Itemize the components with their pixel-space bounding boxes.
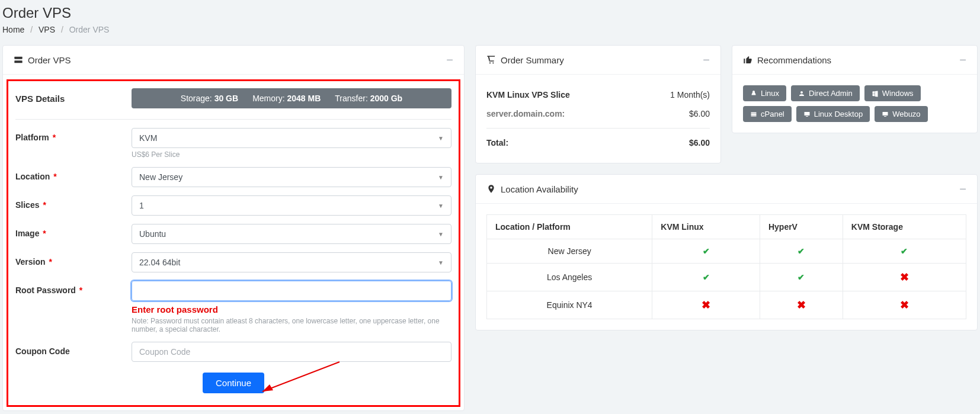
availability-location: New Jersey [487,239,652,264]
order-vps-header: Order VPS [28,55,71,65]
availability-location: Equinix NY4 [487,291,652,319]
summary-product: KVM Linux VPS Slice [486,90,570,100]
availability-column-header: KVM Linux [652,215,760,239]
check-icon: ✔ [703,246,710,256]
check-icon: ✔ [703,272,710,282]
breadcrumb-current: Order VPS [69,25,110,34]
slices-select[interactable]: 1 ▼ [132,195,451,216]
thumbs-up-icon [743,55,752,65]
collapse-icon[interactable]: − [959,183,966,195]
check-icon: ✔ [798,272,805,282]
recommendation-button[interactable]: Linux Desktop [796,106,870,122]
table-row: New Jersey✔✔✔ [487,239,966,264]
root-password-label: Root Password [15,285,76,295]
svg-rect-0 [14,57,22,59]
svg-rect-1 [14,60,22,63]
svg-rect-10 [806,116,808,117]
image-label: Image [15,229,39,238]
chevron-down-icon: ▼ [438,231,444,238]
x-icon: ✖ [702,299,710,311]
location-availability-card: Location Availability − Location / Platf… [475,174,978,330]
recommendations-header: Recommendations [757,55,831,65]
check-icon: ✔ [901,246,908,256]
availability-column-header: HyperV [760,215,843,239]
coupon-input-wrap [132,342,451,362]
svg-rect-6 [751,112,757,113]
location-select[interactable]: New Jersey ▼ [132,167,451,187]
recommendation-button[interactable]: Windows [864,85,921,101]
version-label: Version [15,257,46,267]
collapse-icon[interactable]: − [446,54,453,66]
map-pin-icon [486,184,496,194]
x-icon: ✖ [797,299,806,311]
breadcrumb-sep: / [30,25,33,34]
recommendation-button[interactable]: Linux [743,85,786,101]
svg-line-2 [262,362,340,391]
availability-column-header: Location / Platform [487,215,652,239]
root-password-input[interactable] [139,286,444,296]
chevron-down-icon: ▼ [438,259,444,266]
collapse-icon[interactable]: − [703,54,710,66]
chevron-down-icon: ▼ [438,203,444,209]
svg-rect-12 [884,116,886,117]
cart-icon [486,55,496,65]
summary-total-value: $6.00 [689,138,710,147]
recommendation-button[interactable]: cPanel [743,106,792,122]
root-password-input-wrap [132,281,451,301]
svg-point-4 [489,62,491,63]
coupon-input[interactable] [139,347,444,357]
platform-label: Platform [15,133,49,142]
breadcrumb-sep: / [61,25,63,34]
availability-column-header: KVM Storage [843,215,966,239]
svg-point-5 [492,62,494,63]
arrow-annotation-icon [251,356,345,403]
version-select[interactable]: 22.04 64bit ▼ [132,252,451,272]
vps-details-label: VPS Details [15,94,122,104]
breadcrumb-vps[interactable]: VPS [39,25,55,34]
order-summary-header: Order Summary [501,55,564,65]
recommendation-button[interactable]: Webuzo [875,106,927,122]
root-password-error: Enter root password [132,304,451,314]
order-vps-card: Order VPS − VPS Details Storage: 30 GB M… [2,45,465,411]
root-password-note: Note: Password must contain atleast 8 ch… [132,317,451,333]
location-label: Location [15,172,50,181]
svg-marker-3 [262,384,273,391]
x-icon: ✖ [900,271,909,283]
continue-button[interactable]: Continue [203,373,264,393]
svg-rect-9 [804,112,809,115]
availability-table: Location / PlatformKVM LinuxHyperVKVM St… [486,214,966,319]
availability-header: Location Availability [501,184,578,194]
breadcrumb-home[interactable]: Home [2,25,24,34]
platform-helper: US$6 Per Slice [132,150,451,159]
server-icon [14,55,23,65]
order-summary-card: Order Summary − KVM Linux VPS Slice 1 Mo… [475,45,721,163]
availability-location: Los Angeles [487,264,652,291]
page-title: Order VPS [2,5,978,21]
coupon-label: Coupon Code [15,346,70,356]
table-row: Los Angeles✔✔✖ [487,264,966,291]
collapse-icon[interactable]: − [959,54,966,66]
specs-bar: Storage: 30 GB Memory: 2048 MB Transfer:… [132,88,451,108]
recommendation-button[interactable]: Direct Admin [791,85,860,101]
summary-hostname: server.domain.com: [486,109,565,118]
table-row: Equinix NY4✖✖✖ [487,291,966,319]
summary-hostname-price: $6.00 [689,109,710,118]
platform-select[interactable]: KVM ▼ [132,128,451,148]
breadcrumb: Home / VPS / Order VPS [2,25,978,34]
summary-duration: 1 Month(s) [670,90,710,100]
chevron-down-icon: ▼ [438,174,444,181]
summary-total-label: Total: [486,138,508,147]
svg-rect-7 [751,114,757,115]
slices-label: Slices [15,200,39,210]
check-icon: ✔ [798,246,805,256]
chevron-down-icon: ▼ [438,135,444,142]
svg-rect-11 [883,112,888,115]
image-select[interactable]: Ubuntu ▼ [132,224,451,244]
svg-rect-8 [751,115,757,116]
x-icon: ✖ [900,299,909,311]
recommendations-card: Recommendations − LinuxDirect AdminWindo… [732,45,978,133]
